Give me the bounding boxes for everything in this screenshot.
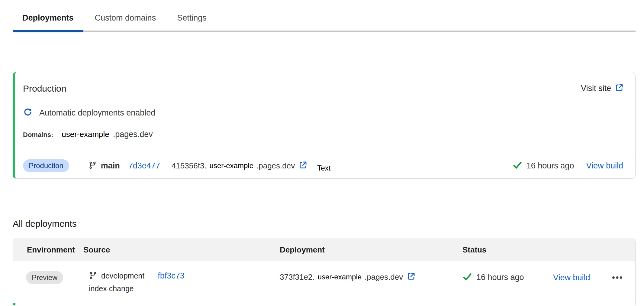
- tab-settings[interactable]: Settings: [167, 4, 216, 31]
- domain-suffix: .pages.dev: [113, 130, 153, 139]
- environment-badge: Preview: [26, 271, 63, 284]
- auto-deployments-row: Automatic deployments enabled: [15, 108, 635, 118]
- deployment-note: Text: [317, 164, 330, 172]
- tab-deployments[interactable]: Deployments: [13, 4, 83, 31]
- production-card: Production Visit site Automa: [13, 72, 636, 179]
- actions-cell: View build •••: [553, 272, 635, 283]
- deployment-time: 16 hours ago: [526, 161, 574, 171]
- production-deployment-info: Production main 7d3e477 415356f3. user-e…: [23, 159, 330, 172]
- git-branch-icon: [89, 271, 97, 281]
- view-build-link[interactable]: View build: [586, 161, 623, 171]
- production-card-title: Production: [23, 83, 66, 94]
- production-card-header: Production Visit site: [15, 72, 635, 94]
- domains-label: Domains:: [23, 131, 53, 139]
- pages-project-screen: Deployments Custom domains Settings Prod…: [0, 4, 644, 306]
- deployment-url-prefix: 415356f3.: [172, 161, 207, 171]
- deployment-url-name: user-example: [210, 161, 253, 170]
- success-check-icon: [462, 272, 472, 283]
- commit-sha-link[interactable]: fbf3c73: [158, 271, 185, 281]
- status-cell: 16 hours ago: [462, 272, 553, 283]
- auto-deployments-text: Automatic deployments enabled: [39, 108, 155, 118]
- deployment-url-name: user-example: [318, 273, 362, 281]
- domain-name: user-example: [62, 130, 109, 139]
- next-row-partial: [13, 303, 635, 305]
- branch-group: development: [89, 271, 144, 281]
- column-header-source: Source: [83, 245, 280, 255]
- domains-row: Domains: user-example .pages.dev: [15, 130, 635, 153]
- branch-group: main: [89, 161, 120, 171]
- tab-bar: Deployments Custom domains Settings: [13, 4, 636, 32]
- tab-custom-domains[interactable]: Custom domains: [85, 4, 166, 31]
- all-deployments-heading: All deployments: [13, 219, 636, 229]
- source-cell: development fbf3c73 index change: [83, 271, 280, 293]
- table-header-row: Environment Source Deployment Status: [13, 239, 635, 261]
- external-link-icon: [615, 83, 624, 93]
- production-deployment-status: 16 hours ago View build: [513, 160, 623, 171]
- external-link-icon[interactable]: [407, 272, 416, 282]
- branch-name: main: [101, 161, 120, 171]
- branch-name: development: [101, 272, 144, 280]
- commit-sha-link[interactable]: 7d3e477: [128, 161, 160, 171]
- deployment-url-prefix: 373f31e2.: [280, 272, 315, 282]
- deployment-cell: 373f31e2. user-example .pages.dev: [280, 272, 462, 282]
- environment-cell: Preview: [13, 271, 83, 284]
- external-link-icon[interactable]: [298, 161, 308, 171]
- column-header-deployment: Deployment: [280, 245, 462, 255]
- git-branch-icon: [89, 161, 97, 171]
- deployments-table: Environment Source Deployment Status Pre…: [13, 239, 636, 305]
- deployment-url: 373f31e2. user-example .pages.dev: [280, 272, 416, 282]
- table-row: Preview development fbf3c73 index change: [13, 261, 635, 303]
- kebab-menu-icon[interactable]: •••: [611, 272, 624, 283]
- success-check-icon: [513, 160, 522, 171]
- deployment-url: 415356f3. user-example .pages.dev: [172, 161, 308, 171]
- deployment-url-suffix: .pages.dev: [256, 161, 295, 171]
- production-deployment-row: Production main 7d3e477 415356f3. user-e…: [15, 153, 635, 178]
- column-header-status: Status: [462, 245, 553, 255]
- deployment-url-suffix: .pages.dev: [365, 272, 403, 282]
- view-build-link[interactable]: View build: [553, 273, 590, 282]
- commit-message: index change: [89, 284, 280, 293]
- deployment-time: 16 hours ago: [476, 273, 524, 282]
- environment-badge: Production: [23, 159, 69, 172]
- visit-site-label: Visit site: [581, 84, 611, 93]
- visit-site-link[interactable]: Visit site: [581, 83, 624, 93]
- column-header-environment: Environment: [13, 245, 83, 255]
- refresh-icon: [23, 107, 33, 118]
